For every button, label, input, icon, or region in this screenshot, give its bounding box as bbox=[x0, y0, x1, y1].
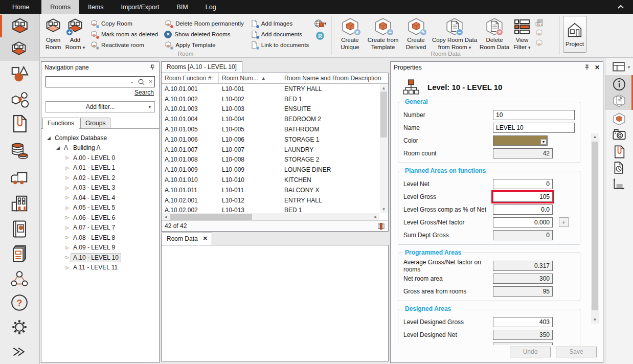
tab-home[interactable]: Home bbox=[0, 0, 41, 14]
sidebar-item-contacts[interactable] bbox=[10, 269, 30, 290]
tree-item-selected[interactable]: ▷A.10 - LEVEL 10 bbox=[41, 253, 159, 263]
tree-item[interactable]: ▷A.04 - LEVEL 4 bbox=[41, 193, 159, 203]
expander-icon[interactable]: ▷ bbox=[64, 206, 71, 210]
horizontal-scrollbar[interactable]: ◄ ► bbox=[162, 213, 379, 220]
tab-rooms[interactable]: Rooms bbox=[41, 0, 79, 14]
table-row[interactable]: A.10.01.003L10-003ENSUITE bbox=[162, 104, 388, 115]
info-tab-button[interactable] bbox=[612, 77, 626, 92]
table-row[interactable]: A.10.01.004L10-004BEDROOM 2 bbox=[162, 114, 388, 124]
model-view-button[interactable] bbox=[612, 112, 626, 126]
sidebar-expand-button[interactable] bbox=[10, 343, 30, 363]
tab-import-export[interactable]: Import/Export bbox=[112, 0, 168, 14]
scroll-down-icon[interactable]: ▼ bbox=[380, 206, 388, 213]
table-row[interactable]: A.10.01.011L10-011BALCONY X bbox=[162, 185, 388, 195]
scroll-right-icon[interactable]: ► bbox=[372, 215, 379, 219]
expander-icon[interactable]: ▷ bbox=[64, 235, 71, 240]
sidebar-item-buildings[interactable] bbox=[10, 194, 30, 214]
tab-functions[interactable]: Functions bbox=[42, 118, 79, 129]
room-sync-icon[interactable] bbox=[535, 29, 544, 37]
create-derived-button[interactable]: ✎ Create Derived bbox=[401, 15, 431, 51]
save-button[interactable]: Save bbox=[556, 347, 597, 357]
sidebar-item-help[interactable] bbox=[10, 293, 30, 313]
tree-item[interactable]: ▷A.03 - LEVEL 3 bbox=[41, 183, 159, 193]
scroll-down-icon[interactable]: ▼ bbox=[593, 316, 597, 324]
close-tab-icon[interactable]: ✕ bbox=[203, 235, 208, 245]
collapse-ribbon-button[interactable] bbox=[608, 0, 633, 14]
tree-item[interactable]: ◢A - Building A bbox=[41, 143, 159, 153]
color-dropdown-icon[interactable]: ▼ bbox=[540, 139, 547, 145]
sidebar-item-rooms[interactable] bbox=[10, 17, 30, 37]
search-input[interactable] bbox=[48, 78, 130, 85]
mark-room-deleted-button[interactable]: Mark room as deleted bbox=[90, 30, 158, 39]
open-room-button[interactable]: Open Room bbox=[43, 15, 63, 51]
level-gross-comp-input[interactable] bbox=[493, 204, 553, 215]
scrollbar-thumb[interactable] bbox=[170, 214, 252, 220]
expander-icon[interactable]: ◢ bbox=[55, 145, 61, 150]
column-header-room-number[interactable]: Room Num...▲ bbox=[219, 73, 281, 83]
tab-bim[interactable]: BIM bbox=[168, 0, 197, 14]
view-filter-button[interactable]: View Filter ▾ bbox=[511, 15, 533, 51]
r-status-icon[interactable]: R bbox=[316, 32, 324, 40]
expander-icon[interactable]: ▷ bbox=[64, 245, 71, 250]
copy-room-data-button[interactable]: − Copy Room Data from Room ▾ bbox=[431, 15, 478, 51]
tree-item[interactable]: ◢Complex Database bbox=[41, 133, 159, 143]
room-data-sheet-button[interactable] bbox=[612, 94, 626, 108]
tab-items[interactable]: Items bbox=[79, 0, 112, 14]
language-globe-button[interactable]: ▾ bbox=[314, 18, 326, 29]
expander-icon[interactable]: ▷ bbox=[64, 265, 71, 270]
room-refresh-icon[interactable] bbox=[535, 39, 544, 48]
dimensions-button[interactable] bbox=[612, 177, 626, 192]
pin-icon[interactable] bbox=[149, 64, 156, 71]
sidebar-item-items[interactable] bbox=[10, 64, 30, 84]
expander-icon[interactable]: ▷ bbox=[64, 225, 71, 230]
sidebar-item-finance[interactable] bbox=[10, 141, 30, 161]
vertical-scrollbar[interactable]: ▲ ▼ bbox=[380, 84, 388, 213]
reactivate-room-button[interactable]: Reactivate room bbox=[90, 40, 158, 50]
scrollbar-thumb[interactable] bbox=[592, 142, 598, 310]
table-row[interactable]: A.10.01.007L10-007LAUNDRY bbox=[162, 145, 388, 155]
sidebar-item-attachments[interactable] bbox=[10, 114, 30, 134]
scroll-up-icon[interactable]: ▲ bbox=[593, 133, 597, 141]
expander-icon[interactable]: ◢ bbox=[46, 135, 52, 141]
properties-scrollbar[interactable]: ▲ ▼ bbox=[591, 133, 599, 324]
delete-room-permanently-button[interactable]: Delete Room permanently bbox=[164, 19, 244, 28]
sidebar-item-settings[interactable] bbox=[10, 317, 30, 338]
pin-icon[interactable] bbox=[583, 64, 591, 71]
tree-item[interactable]: ▷A.08 - LEVEL 8 bbox=[41, 233, 159, 243]
close-panel-icon[interactable]: ✕ bbox=[595, 64, 600, 71]
column-header-room-name[interactable]: Room Name and Room Description bbox=[281, 73, 388, 83]
add-room-button[interactable]: + Add Room ▾ bbox=[63, 15, 87, 51]
scroll-up-icon[interactable]: ▲ bbox=[380, 84, 388, 92]
expand-plus-button[interactable]: + bbox=[559, 217, 569, 227]
column-header-room-function[interactable]: Room Function #: bbox=[162, 73, 219, 83]
name-input[interactable] bbox=[493, 123, 575, 133]
attachments-button[interactable] bbox=[612, 145, 626, 159]
create-unique-button[interactable]: ★ Create Unique bbox=[335, 15, 365, 51]
chevron-down-icon[interactable]: ▾ bbox=[628, 65, 630, 70]
add-images-button[interactable]: Add Images bbox=[250, 19, 309, 28]
tree-item[interactable]: ▷A.11 - LEVEL 11 bbox=[41, 263, 159, 273]
apply-template-button[interactable]: Apply Template bbox=[164, 40, 244, 50]
search-link[interactable]: Search bbox=[134, 89, 154, 96]
tree-item[interactable]: ▷A.06 - LEVEL 6 bbox=[41, 213, 159, 223]
sidebar-item-reports[interactable] bbox=[10, 244, 30, 264]
add-filter-dropdown[interactable]: Add filter... ▾ bbox=[46, 101, 155, 112]
table-row[interactable]: A.10.01.008L10-008STORAGE 2 bbox=[162, 155, 388, 165]
rooms-list-tab[interactable]: Rooms [A.10 - LEVEL 10] bbox=[161, 61, 242, 73]
table-row[interactable]: A.10.02.001L10-012ENTRY HALL bbox=[162, 195, 388, 206]
table-row[interactable]: A.10.01.010L10-010KITCHEN bbox=[162, 175, 388, 185]
images-button[interactable] bbox=[612, 127, 626, 142]
level-net-input[interactable] bbox=[493, 179, 553, 189]
sidebar-item-rooms-alt[interactable] bbox=[10, 40, 30, 61]
search-clear-icon[interactable]: × bbox=[149, 78, 152, 85]
tree-item[interactable]: ▷A.00 - LEVEL 0 bbox=[41, 153, 159, 163]
delete-room-data-button[interactable]: ✕ Delete Room Data bbox=[478, 15, 511, 51]
tree-item[interactable]: ▷A.09 - LEVEL 9 bbox=[41, 243, 159, 253]
table-row[interactable]: A.10.01.001L10-001ENTRY HALL bbox=[162, 84, 388, 94]
tab-log[interactable]: Log bbox=[197, 0, 225, 14]
scroll-left-icon[interactable]: ◄ bbox=[162, 215, 169, 219]
copy-room-button[interactable]: Copy Room bbox=[90, 19, 158, 28]
tree-item[interactable]: ▷A.01 - LEVEL 1 bbox=[41, 163, 159, 173]
column-settings-button[interactable] bbox=[377, 222, 385, 230]
expander-icon[interactable]: ▷ bbox=[64, 195, 71, 200]
